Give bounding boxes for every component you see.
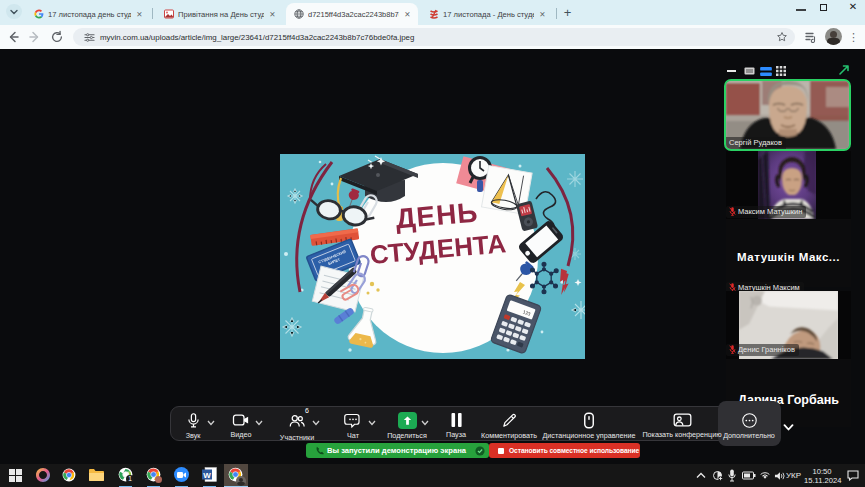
svg-text:W: W [203, 471, 211, 480]
